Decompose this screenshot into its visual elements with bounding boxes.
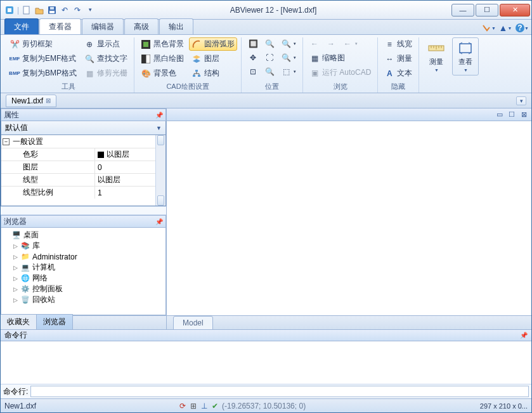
show-points-button[interactable]: ⊕显示点 — [82, 37, 130, 51]
zoom-out-dropdown[interactable]: 🔍▾ — [278, 51, 299, 64]
help-button[interactable]: ?▼ — [515, 22, 529, 34]
close-tab-icon[interactable]: ⊠ — [46, 97, 51, 104]
structure-button[interactable]: 结构 — [189, 67, 237, 80]
undo-icon[interactable]: ↶ — [60, 5, 70, 15]
tree-node[interactable]: ▷📚库 — [3, 240, 164, 251]
new-file-icon[interactable] — [22, 5, 32, 15]
thumbnail-button[interactable]: ▦缩略图 — [307, 51, 373, 65]
tree-node[interactable]: ▷⚙️控制面板 — [3, 284, 164, 294]
minimize-button[interactable]: — — [451, 4, 474, 16]
scissors-icon: ✂️ — [10, 39, 20, 49]
tree-node[interactable]: ▷🗑️回收站 — [3, 294, 164, 305]
twisty-icon[interactable]: ▷ — [13, 286, 18, 292]
pin-icon[interactable]: 📌 — [155, 218, 163, 225]
options-dropdown-icon[interactable]: ▼ — [482, 22, 496, 34]
black-bg-button[interactable]: 黑色背景 — [138, 37, 186, 51]
tab-editor[interactable]: 编辑器 — [82, 18, 124, 34]
browser-header[interactable]: 浏览器 📌 — [1, 215, 166, 228]
copy-emf-button[interactable]: EMF复制为EMF格式 — [7, 52, 79, 65]
property-row[interactable]: 线型比例1 — [1, 186, 165, 199]
command-input[interactable] — [30, 386, 529, 397]
model-tab[interactable]: Model — [173, 316, 213, 330]
text-toggle-button[interactable]: A文本 — [382, 67, 415, 80]
measure-toggle-button[interactable]: ↔测量 — [382, 52, 415, 65]
tab-viewer[interactable]: 查看器 — [39, 18, 81, 34]
property-row[interactable]: 线型以图层 — [1, 173, 165, 186]
zoom-window-button[interactable]: 🔲 — [245, 37, 261, 50]
twisty-icon[interactable]: ▷ — [13, 275, 18, 282]
maximize-button[interactable]: ☐ — [476, 4, 498, 16]
tab-advanced[interactable]: 高级 — [124, 18, 159, 34]
tab-output[interactable]: 输出 — [159, 18, 193, 34]
property-row[interactable]: 图层0 — [1, 161, 165, 173]
measure-big-button[interactable]: 测量 ▼ — [423, 37, 450, 75]
zoom-dropdown-icon: 🔍 — [281, 39, 291, 49]
command-line: 命令行: — [1, 384, 531, 398]
open-file-icon[interactable] — [34, 5, 44, 15]
tree-node[interactable]: ▷💻计算机 — [3, 262, 164, 273]
ortho-icon[interactable]: ⊥ — [201, 402, 207, 410]
window-restore-icon[interactable]: ▭ — [495, 110, 505, 119]
property-key: 图层 — [1, 161, 95, 173]
twisty-icon[interactable]: ▷ — [13, 297, 18, 303]
zoom-extents-button[interactable]: ⛶ — [262, 51, 277, 64]
tab-file[interactable]: 文件 — [4, 18, 39, 34]
scrollbar[interactable] — [155, 135, 165, 206]
save-icon[interactable] — [47, 5, 57, 15]
twisty-icon[interactable]: ▷ — [13, 243, 18, 249]
properties-header[interactable]: 属性 📌 — [1, 108, 166, 121]
qat-dropdown-icon[interactable]: ▼ — [85, 5, 95, 15]
folder-tree[interactable]: 🖥️桌面▷📚库▷📁Administrator▷💻计算机▷🌐网络▷⚙️控制面板▷🗑… — [1, 228, 166, 315]
pan-button[interactable]: ✥ — [245, 51, 261, 64]
find-text-button[interactable]: 🔍查找文字 — [82, 52, 130, 65]
skin-button[interactable]: ▲▼ — [498, 22, 512, 34]
bw-draw-button[interactable]: 黑白绘图 — [138, 52, 186, 65]
tab-favorites[interactable]: 收藏夹 — [0, 314, 37, 329]
twisty-icon[interactable]: ▷ — [13, 254, 18, 260]
left-bottom-tabs: 收藏夹 浏览器 — [1, 315, 166, 329]
bg-color-button[interactable]: 🎨背景色 — [138, 67, 186, 80]
window-controls: — ☐ ✕ — [451, 4, 530, 16]
command-history[interactable] — [1, 341, 531, 384]
view-big-button[interactable]: 查看 ▼ — [452, 37, 479, 75]
linewidth-button[interactable]: ≡线宽 — [382, 37, 415, 51]
pin-icon[interactable]: 📌 — [155, 112, 163, 119]
smooth-arc-button[interactable]: 圆滑弧形 — [189, 37, 237, 51]
zoom-in-button[interactable]: 🔍 — [262, 37, 277, 50]
properties-selector[interactable]: 默认值 ▼ — [1, 121, 166, 135]
doc-dropdown-icon[interactable]: ▾ — [516, 96, 526, 105]
collapse-icon[interactable]: − — [3, 138, 10, 145]
zoom-prev-button[interactable]: 🔍 — [262, 65, 277, 78]
document-tab[interactable]: New1.dxf ⊠ — [6, 95, 56, 107]
redo-icon[interactable]: ↷ — [72, 5, 82, 15]
black-bg-icon — [141, 39, 151, 49]
arrow-right-icon: → — [326, 39, 336, 49]
folder-icon: 🖥️ — [11, 231, 22, 240]
ribbon-group-big: 测量 ▼ 查看 ▼ — [420, 37, 479, 93]
check-icon[interactable]: ✔ — [212, 402, 218, 410]
window-close-icon[interactable]: ⊠ — [519, 110, 529, 119]
property-row[interactable]: 色彩以图层 — [1, 148, 165, 161]
app-icon[interactable] — [4, 5, 15, 15]
refresh-icon[interactable]: ⟳ — [179, 402, 186, 410]
tree-node[interactable]: ▷📁Administrator — [3, 251, 164, 262]
copy-bmp-button[interactable]: BMP复制为BMP格式 — [7, 67, 79, 80]
command-header[interactable]: 命令行 📌 — [1, 330, 531, 341]
twisty-icon[interactable]: ▷ — [13, 265, 18, 271]
tree-node[interactable]: ▷🌐网络 — [3, 273, 164, 284]
fit-button[interactable]: ⊡ — [245, 65, 261, 78]
grid-snap-icon[interactable]: ⊞ — [190, 402, 197, 410]
clip-frame-button[interactable]: ✂️剪切框架 — [7, 37, 79, 51]
view-dropdown[interactable]: ⬚▾ — [278, 65, 299, 78]
pin-icon[interactable]: 📌 — [520, 332, 528, 339]
tree-node[interactable]: 🖥️桌面 — [3, 230, 164, 240]
layers-button[interactable]: 图层 — [189, 52, 237, 65]
tab-browser[interactable]: 浏览器 — [36, 314, 73, 329]
close-button[interactable]: ✕ — [500, 4, 530, 16]
svg-rect-21 — [460, 44, 471, 53]
property-category[interactable]: − 一般设置 — [1, 135, 165, 148]
zoom-dropdown-button[interactable]: 🔍▾ — [278, 37, 299, 50]
drawing-canvas[interactable] — [167, 121, 531, 315]
window-max-icon[interactable]: ☐ — [507, 110, 517, 119]
right-column: ▭ ☐ ⊠ Model — [167, 108, 531, 329]
